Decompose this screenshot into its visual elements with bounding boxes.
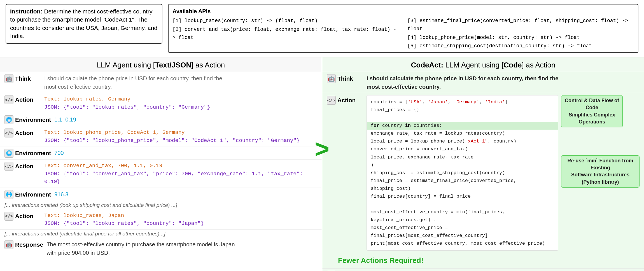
code-line-1: countries = ['USA', 'Japan', 'Germany', …	[371, 98, 554, 106]
left-response-label: 🤖 Response	[4, 240, 43, 249]
left-title-bold: Text/JSON	[155, 61, 192, 69]
right-think-icon: 🤖	[327, 74, 336, 83]
left-env1-row: 🌐 Environment 1.1, 0.19	[0, 113, 322, 126]
api-item-2: [2] convert_and_tax(price: float, exchan…	[172, 25, 399, 42]
annotation-min-function: Re-use `min` Function from Existing Soft…	[561, 155, 640, 188]
instruction-label: Instruction:	[10, 8, 43, 15]
top-section: Instruction: Determine the most cost-eff…	[0, 0, 644, 57]
api-item-5: [5] estimate_shipping_cost(destination_c…	[407, 42, 634, 50]
spacer	[561, 130, 640, 153]
code-line-5: exchange_rate, tax_rate = lookup_rates(c…	[371, 130, 554, 137]
left-action1-content: Text: lookup_rates, Germany JSON: {"tool…	[44, 95, 317, 111]
left-env3-row: 🌐 Environment 916.3	[0, 188, 322, 201]
left-omitted2: [... interactions omitted (calculate fin…	[0, 230, 322, 238]
main-section: LLM Agent using [Text/JSON] as Action 🤖 …	[0, 57, 644, 271]
left-panel: LLM Agent using [Text/JSON] as Action 🤖 …	[0, 57, 322, 271]
action-label-4: Action	[15, 213, 33, 219]
right-panel: CodeAct: LLM Agent using [Code] as Actio…	[322, 57, 644, 271]
annotation1-sub: Simplifies Complex Operations	[564, 111, 620, 125]
env-icon-2: 🌐	[4, 149, 13, 158]
right-action-label-text: Action	[337, 97, 356, 104]
left-think-row: 🤖 Think I should calculate the phone pri…	[0, 72, 322, 93]
action-icon-2: </>	[4, 129, 13, 137]
action4-line2: JSON: {"tool": "lookup_rates", "country"…	[44, 219, 317, 228]
env-icon-1: 🌐	[4, 115, 13, 124]
action-label-1: Action	[15, 96, 33, 103]
right-panel-title: CodeAct: LLM Agent using [Code] as Actio…	[322, 57, 644, 72]
action-icon-3: </>	[4, 162, 13, 171]
action1-line2: JSON: {"tool": "lookup_rates", "country"…	[44, 103, 317, 111]
left-env2-content: 700	[54, 148, 317, 157]
action-icon-1: </>	[4, 95, 13, 104]
env-icon-3: 🌐	[4, 190, 13, 199]
right-action-row: </> Action countries = ['USA', 'Japan', …	[322, 93, 644, 253]
right-action-icon: </>	[327, 96, 336, 105]
left-action3-row: </> Action Text: convert_and_tax, 700, 1…	[0, 160, 322, 188]
left-env1-label: 🌐 Environment	[4, 115, 51, 124]
api-item-4: [4] lookup_phone_price(model: str, count…	[407, 34, 634, 42]
left-omitted1: [... interactions omitted (look up shipp…	[0, 201, 322, 209]
left-action4-content: Text: lookup_rates, Japan JSON: {"tool":…	[44, 211, 317, 228]
right-title-codeact: CodeAct: LLM Agent using [Code] as Actio…	[411, 61, 556, 69]
right-think-content: I should calculate the phone price in US…	[367, 74, 640, 91]
think-icon: 🤖	[4, 74, 13, 83]
annotation2-sub: Software Infrastructures (Python library…	[564, 171, 636, 185]
code-line-13: most_cost_effective_country = min(final_…	[371, 208, 554, 224]
think-label-text: Think	[15, 75, 31, 82]
code-line-8: local_price, exchange_rate, tax_rate	[371, 153, 554, 161]
left-think-content: I should calculate the phone price in US…	[44, 74, 317, 91]
annotation1-title: Control & Data Flow of Code	[564, 97, 620, 111]
code-line-empty	[371, 114, 554, 122]
api-item-3: [3] estimate_final_price(converted_price…	[407, 17, 634, 33]
left-action1-row: </> Action Text: lookup_rates, Germany J…	[0, 93, 322, 113]
apis-box: Available APIs [1] lookup_rates(country:…	[168, 4, 638, 53]
action4-line1: Text: lookup_rates, Japan	[44, 212, 317, 220]
code-line-2: final_prices = {}	[371, 106, 554, 114]
code-line-11: final_price = estimate_final_price(conve…	[371, 177, 554, 193]
left-title-prefix: LLM Agent using [	[97, 61, 155, 69]
right-annotations: Control & Data Flow of Code Simplifies C…	[561, 95, 640, 188]
right-think-label-text: Think	[337, 75, 353, 82]
fewer-actions-text: Fewer Actions Required!	[327, 254, 640, 267]
right-env-row: 🌐 Environment 1.1, 0.19	[322, 268, 644, 271]
right-think-label: 🤖 Think	[327, 74, 363, 83]
action3-line2: JSON: {"tool": "convert_and_tax", "price…	[44, 170, 317, 186]
action2-line2: JSON: {"tool": "lookup_phone_price", "mo…	[44, 137, 317, 145]
left-response-row: 🤖 Response The most cost-effective count…	[0, 238, 322, 259]
left-action2-content: Text: lookup_phone_price, CodeAct 1, Ger…	[44, 128, 317, 144]
code-line-12: final_prices[country] = final_price	[371, 193, 554, 200]
left-action2-label: </> Action	[4, 128, 41, 137]
code-line-7: converted_price = convert_and_tax(	[371, 145, 554, 153]
annotation2-title: Re-use `min` Function from Existing	[564, 157, 636, 171]
api-item-1: [1] lookup_rates(country: str) -> (float…	[172, 17, 399, 25]
instruction-box: Instruction: Determine the most cost-eff…	[6, 4, 162, 44]
action-label-2: Action	[15, 130, 33, 136]
left-env1-content: 1.1, 0.19	[54, 115, 317, 124]
response-label-text: Response	[15, 241, 43, 248]
right-code-block: countries = ['USA', 'Japan', 'Germany', …	[367, 95, 558, 251]
code-line-6: local_price = lookup_phone_price("xAct 1…	[371, 137, 554, 145]
right-action-content: countries = ['USA', 'Japan', 'Germany', …	[367, 95, 640, 251]
code-line-10: shipping_cost = estimate_shipping_cost(c…	[371, 169, 554, 177]
action3-line1: Text: convert_and_tax, 700, 1.1, 0.19	[44, 162, 317, 170]
env-label-3: Environment	[15, 191, 51, 198]
code-line-for: for country in countries:	[367, 122, 558, 130]
left-action1-label: </> Action	[4, 95, 41, 104]
code-line-14: most_cost_effective_price = final_prices…	[371, 224, 554, 240]
left-title-suffix: ] as Action	[191, 61, 225, 69]
left-env3-label: 🌐 Environment	[4, 190, 51, 199]
action-label-3: Action	[15, 163, 33, 170]
right-action-label: </> Action	[327, 95, 363, 105]
annotation-control-flow: Control & Data Flow of Code Simplifies C…	[561, 95, 623, 127]
fewer-actions-area: Fewer Actions Required!	[322, 253, 644, 268]
action-icon-4: </>	[4, 212, 13, 221]
apis-grid: [1] lookup_rates(country: str) -> (float…	[172, 17, 634, 50]
code-line-9: )	[371, 161, 554, 169]
env-label-2: Environment	[15, 150, 51, 156]
apis-title: Available APIs	[172, 7, 634, 16]
env-label-1: Environment	[15, 116, 51, 123]
left-action2-row: </> Action Text: lookup_phone_price, Cod…	[0, 126, 322, 146]
left-action4-label: </> Action	[4, 211, 41, 221]
right-think-row: 🤖 Think I should calculate the phone pri…	[322, 72, 644, 93]
code-line-empty2	[371, 200, 554, 208]
